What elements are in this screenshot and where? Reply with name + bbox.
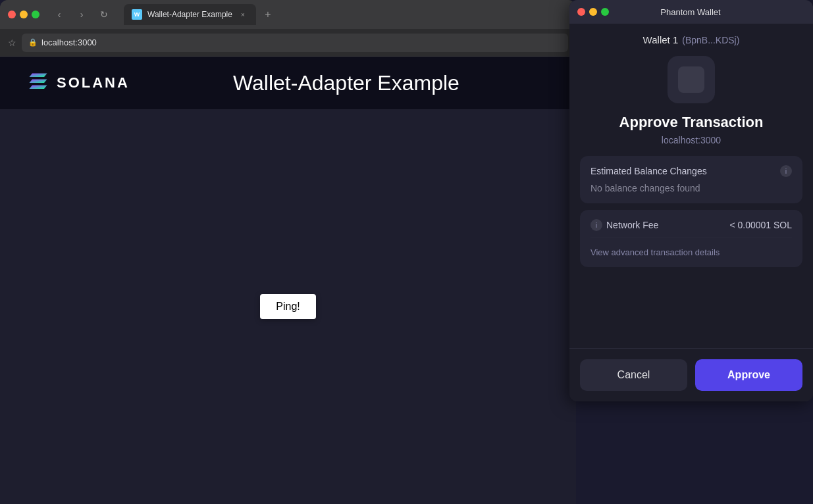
phantom-traffic-lights bbox=[577, 8, 609, 16]
phantom-titlebar: Phantom Wallet bbox=[569, 0, 813, 24]
page-title: Wallet-Adapter Example bbox=[233, 71, 459, 95]
phantom-content: Wallet 1 (BpnB...KDSj) Approve Transacti… bbox=[569, 24, 813, 348]
phantom-wallet-window: Phantom Wallet Wallet 1 (BpnB...KDSj) Ap… bbox=[569, 0, 813, 401]
network-fee-value: < 0.00001 SOL bbox=[729, 220, 792, 230]
approve-transaction-origin: localhost:3000 bbox=[662, 135, 721, 145]
browser-navigation: ‹ › ↻ bbox=[50, 5, 113, 24]
network-fee-info-text: i bbox=[596, 221, 597, 229]
browser-close-button[interactable] bbox=[8, 11, 16, 18]
network-fee-left: i Network Fee bbox=[590, 219, 658, 231]
wallet-info: Wallet 1 (BpnB...KDSj) bbox=[643, 34, 740, 45]
active-tab[interactable]: W Wallet-Adapter Example × bbox=[124, 4, 256, 25]
approve-transaction-title: Approve Transaction bbox=[619, 114, 764, 131]
solana-logo-text: SOLANA bbox=[57, 74, 130, 91]
solana-app: SOLANA Wallet-Adapter Example Ping! bbox=[0, 57, 576, 504]
wallet-name: Wallet 1 bbox=[643, 34, 679, 45]
balance-changes-info-icon[interactable]: i bbox=[780, 165, 792, 177]
browser-traffic-lights bbox=[8, 11, 39, 18]
no-balance-text: No balance changes found bbox=[590, 183, 700, 193]
network-fee-row: i Network Fee < 0.00001 SOL bbox=[590, 219, 792, 231]
refresh-button[interactable]: ↻ bbox=[95, 5, 113, 24]
svg-rect-0 bbox=[678, 66, 704, 93]
browser-content: SOLANA Wallet-Adapter Example Ping! bbox=[0, 57, 576, 504]
info-icon-text: i bbox=[785, 167, 787, 175]
approve-button[interactable]: Approve bbox=[695, 359, 802, 391]
phantom-window-title: Phantom Wallet bbox=[660, 7, 720, 17]
bookmark-button[interactable]: ☆ bbox=[8, 38, 16, 48]
wallet-address: (BpnB...KDSj) bbox=[682, 35, 739, 45]
phantom-footer: Cancel Approve bbox=[569, 348, 813, 401]
url-text: localhost:3000 bbox=[41, 38, 97, 47]
phantom-minimize-button[interactable] bbox=[589, 8, 597, 16]
back-button[interactable]: ‹ bbox=[50, 5, 68, 24]
solana-logo: SOLANA bbox=[26, 71, 130, 95]
cancel-button[interactable]: Cancel bbox=[580, 359, 687, 391]
card-divider bbox=[590, 238, 792, 238]
network-fee-card: i Network Fee < 0.00001 SOL View advance… bbox=[580, 210, 802, 267]
network-fee-label: Network Fee bbox=[606, 220, 658, 230]
tab-close-button[interactable]: × bbox=[238, 9, 248, 20]
phantom-close-button[interactable] bbox=[577, 8, 585, 16]
network-fee-info-icon[interactable]: i bbox=[590, 219, 602, 231]
tab-title: Wallet-Adapter Example bbox=[147, 10, 232, 19]
browser-titlebar: ‹ › ↻ W Wallet-Adapter Example × + bbox=[0, 0, 576, 29]
balance-changes-card: Estimated Balance Changes i No balance c… bbox=[580, 156, 802, 203]
app-icon bbox=[668, 56, 715, 103]
browser-tabs: W Wallet-Adapter Example × + bbox=[124, 4, 568, 25]
browser-toolbar: ☆ 🔒 localhost:3000 bbox=[0, 29, 576, 57]
address-bar[interactable]: 🔒 localhost:3000 bbox=[22, 34, 568, 52]
tab-favicon: W bbox=[132, 9, 142, 20]
solana-header: SOLANA Wallet-Adapter Example bbox=[0, 57, 576, 109]
phantom-maximize-button[interactable] bbox=[601, 8, 609, 16]
ping-button[interactable]: Ping! bbox=[260, 294, 315, 319]
view-advanced-link[interactable]: View advanced transaction details bbox=[590, 247, 720, 257]
balance-changes-title: Estimated Balance Changes bbox=[590, 166, 707, 176]
browser-minimize-button[interactable] bbox=[20, 11, 28, 18]
solana-logo-icon bbox=[26, 71, 50, 95]
new-tab-button[interactable]: + bbox=[259, 5, 277, 24]
balance-changes-header: Estimated Balance Changes i bbox=[590, 165, 792, 177]
browser-maximize-button[interactable] bbox=[32, 11, 39, 18]
app-icon-graphic bbox=[678, 66, 704, 93]
solana-main: Ping! bbox=[0, 109, 576, 504]
browser-window: ‹ › ↻ W Wallet-Adapter Example × + ☆ 🔒 l… bbox=[0, 0, 576, 504]
forward-button[interactable]: › bbox=[72, 5, 91, 24]
lock-icon: 🔒 bbox=[28, 38, 38, 47]
